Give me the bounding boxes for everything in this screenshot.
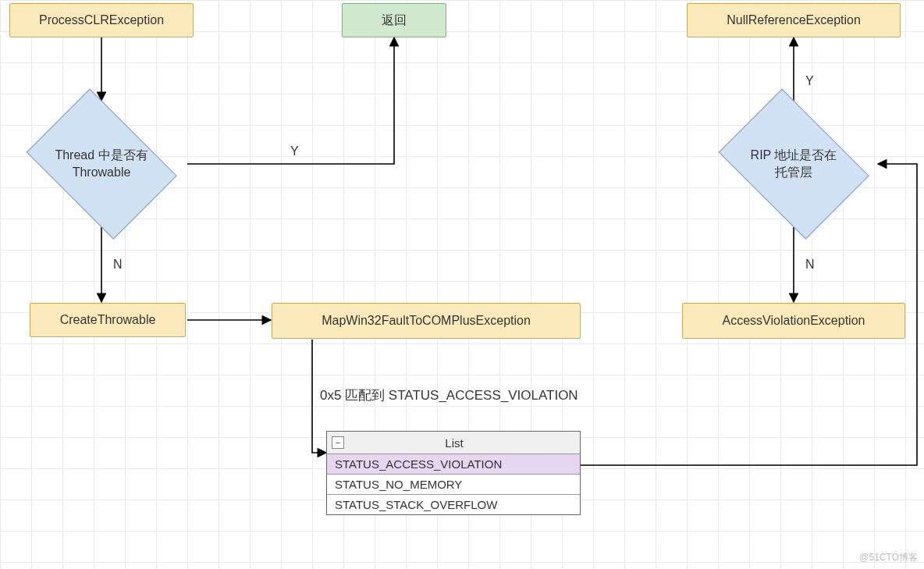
edge-label-thread-no: N [113, 258, 123, 272]
decision-thread-has-throwable: Thread 中是否有 Throwable [16, 101, 187, 226]
node-process-clr-exception: ProcessCLRException [9, 3, 194, 37]
node-label: AccessViolationException [723, 312, 865, 329]
collapse-icon[interactable]: − [332, 436, 344, 449]
node-return: 返回 [342, 3, 446, 37]
list-item-label: STATUS_ACCESS_VIOLATION [335, 457, 502, 471]
node-label: NullReferenceException [727, 12, 861, 29]
list-item[interactable]: STATUS_STACK_OVERFLOW [327, 495, 580, 514]
list-item[interactable]: STATUS_NO_MEMORY [327, 475, 580, 495]
node-label: MapWin32FaultToCOMPlusException [322, 312, 531, 329]
edge-label-rip-yes: Y [805, 74, 814, 88]
node-create-throwable: CreateThrowable [30, 303, 186, 337]
node-mapwin32fault: MapWin32FaultToCOMPlusException [272, 303, 581, 339]
node-access-violation-exception: AccessViolationException [682, 303, 905, 339]
node-label: 返回 [382, 12, 407, 29]
node-label: CreateThrowable [60, 311, 156, 329]
list-header: − List [327, 432, 580, 454]
edge-label-rip-no: N [805, 258, 815, 272]
list-item-label: STATUS_NO_MEMORY [335, 478, 462, 491]
status-list: − List STATUS_ACCESS_VIOLATION STATUS_NO… [326, 431, 581, 515]
decision-label: Thread 中是否有 Throwable [33, 147, 170, 180]
diagram-canvas: ProcessCLRException 返回 NullReferenceExce… [0, 0, 924, 569]
edge-note-map: 0x5 匹配到 STATUS_ACCESS_VIOLATION [320, 386, 578, 404]
decision-label: RIP 地址是否在 托管层 [725, 147, 862, 180]
list-item[interactable]: STATUS_ACCESS_VIOLATION [327, 454, 580, 475]
node-null-reference-exception: NullReferenceException [687, 3, 901, 37]
edge-label-thread-yes: Y [290, 144, 299, 158]
watermark: @51CTO博客 [859, 551, 918, 564]
decision-rip-in-managed: RIP 地址是否在 托管层 [708, 101, 880, 226]
node-label: ProcessCLRException [39, 12, 164, 29]
list-title: List [350, 436, 575, 450]
list-item-label: STATUS_STACK_OVERFLOW [335, 498, 497, 511]
